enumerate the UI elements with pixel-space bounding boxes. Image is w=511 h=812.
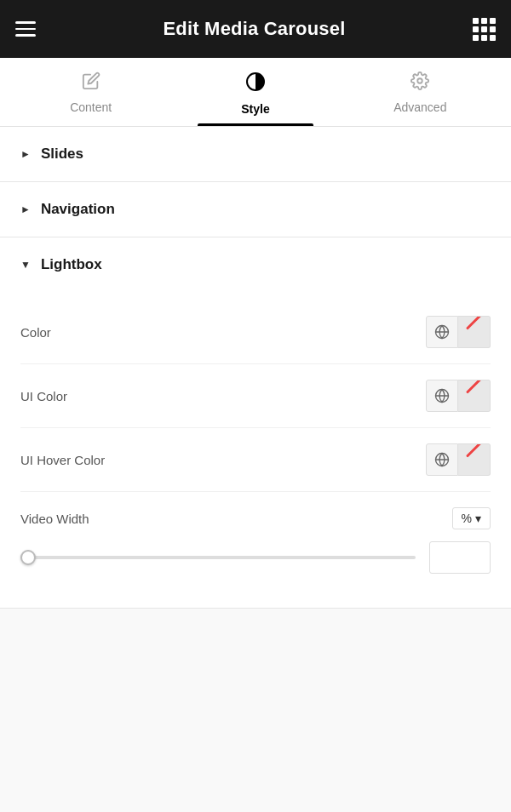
- lightbox-content: Color UI Color: [0, 292, 511, 608]
- ui-color-row: UI Color: [20, 364, 491, 428]
- tab-advanced-label: Advanced: [393, 100, 446, 114]
- lightbox-arrow-icon: ▼: [20, 259, 31, 271]
- tab-style-label: Style: [241, 102, 269, 116]
- tab-content[interactable]: Content: [9, 58, 173, 126]
- color-row: Color: [20, 300, 491, 364]
- slides-section-header[interactable]: ► Slides: [0, 127, 511, 181]
- ui-color-control: [426, 380, 491, 412]
- tab-style[interactable]: Style: [173, 58, 337, 126]
- color-swatch[interactable]: [458, 316, 491, 348]
- main-content: ► Slides ► Navigation ▼ Lightbox Color: [0, 127, 511, 812]
- unit-dropdown-arrow: ▾: [475, 512, 481, 525]
- color-control: [426, 316, 491, 348]
- menu-icon[interactable]: [15, 21, 36, 37]
- ui-hover-color-row: UI Hover Color: [20, 428, 491, 492]
- navigation-section-header[interactable]: ► Navigation: [0, 182, 511, 237]
- tab-content-label: Content: [70, 100, 112, 114]
- video-width-input[interactable]: [429, 541, 491, 574]
- ui-color-label: UI Color: [20, 389, 67, 403]
- apps-icon[interactable]: [473, 18, 496, 41]
- tabs-bar: Content Style Advanced: [0, 58, 511, 127]
- header: Edit Media Carousel: [0, 0, 511, 58]
- page-title: Edit Media Carousel: [163, 18, 345, 40]
- color-global-button[interactable]: [426, 316, 458, 348]
- app-container: Edit Media Carousel Content: [0, 0, 511, 812]
- video-width-slider[interactable]: [20, 556, 416, 559]
- video-width-row: Video Width % ▾: [20, 492, 491, 541]
- style-icon: [245, 71, 266, 97]
- ui-hover-global-button[interactable]: [426, 443, 458, 476]
- ui-hover-color-control: [426, 443, 491, 476]
- color-label: Color: [20, 325, 51, 340]
- navigation-section: ► Navigation: [0, 182, 511, 237]
- lightbox-section: ▼ Lightbox Color: [0, 237, 511, 609]
- slides-arrow-icon: ►: [20, 148, 31, 160]
- navigation-section-title: Navigation: [41, 201, 115, 218]
- lightbox-section-title: Lightbox: [41, 256, 102, 273]
- svg-point-1: [418, 78, 423, 83]
- slides-section-title: Slides: [41, 146, 83, 163]
- slides-section: ► Slides: [0, 127, 511, 182]
- ui-hover-color-label: UI Hover Color: [20, 453, 105, 467]
- ui-color-swatch[interactable]: [458, 380, 491, 412]
- ui-color-global-button[interactable]: [426, 380, 458, 412]
- unit-value: %: [462, 512, 472, 525]
- slider-row: [20, 541, 491, 582]
- tab-advanced[interactable]: Advanced: [338, 58, 502, 126]
- navigation-arrow-icon: ►: [20, 203, 31, 215]
- lightbox-section-header[interactable]: ▼ Lightbox: [0, 237, 511, 292]
- ui-hover-color-swatch[interactable]: [458, 443, 491, 476]
- pencil-icon: [82, 71, 100, 95]
- unit-selector[interactable]: % ▾: [452, 507, 491, 529]
- gear-icon: [411, 71, 429, 95]
- video-width-label: Video Width: [20, 512, 89, 526]
